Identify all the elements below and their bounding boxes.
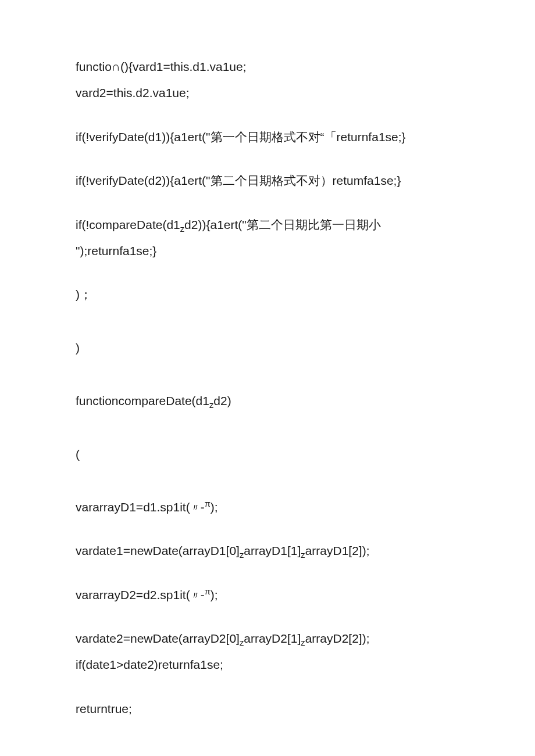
code-line: ) — [76, 339, 459, 356]
code-text: arrayD1[2]); — [305, 544, 370, 557]
code-line: vardate2=newDate(arrayD2[0]zarrayD2[1]za… — [76, 630, 459, 647]
code-text: arrayD2[1] — [244, 632, 301, 645]
document-page: functio∩(){vard1=this.d1.va1ue; vard2=th… — [0, 0, 535, 756]
code-line: functio∩(){vard1=this.d1.va1ue; — [76, 58, 459, 75]
code-line: functioncompareDate(d1zd2) — [76, 392, 459, 409]
quote-char: 〃 — [190, 502, 201, 514]
code-line: if(!verifyDate(d1)){a1ert("第一个日期格式不对“「re… — [76, 128, 459, 145]
superscript-char: π — [205, 499, 211, 508]
code-text: d2) — [213, 394, 231, 407]
code-text: - — [201, 500, 205, 514]
code-text: arrayD2[2]); — [305, 632, 370, 645]
code-text: functioncompareDate(d1 — [76, 394, 209, 407]
code-line: if(date1>date2)returnfa1se; — [76, 656, 459, 673]
code-line: ");returnfa1se;} — [76, 242, 459, 259]
code-text: if(!compareDate(d1 — [76, 218, 180, 231]
code-line: if(!verifyDate(d2)){a1ert("第二个日期格式不对）ret… — [76, 172, 459, 189]
code-line: vard2=this.d2.va1ue; — [76, 84, 459, 101]
code-line: vararrayD1=d1.sp1it(〃-π); — [76, 499, 459, 515]
code-text: - — [201, 588, 205, 601]
code-line: vardate1=newDate(arrayD1[0]zarrayD1[1]za… — [76, 542, 459, 559]
superscript-char: π — [205, 587, 211, 596]
code-line: ( — [76, 446, 459, 463]
code-line: if(!compareDate(d1zd2)){a1ert("第二个日期比第一日… — [76, 216, 459, 233]
subscript-char: z — [301, 638, 305, 647]
code-text: ); — [211, 588, 218, 601]
code-text: vararrayD2=d2.sp1it( — [76, 588, 190, 601]
quote-char: 〃 — [190, 590, 201, 601]
code-text: arrayD1[1] — [244, 544, 301, 557]
code-text: vardate2=newDate(arrayD2[0] — [76, 632, 240, 645]
code-line: )； — [76, 286, 459, 303]
subscript-char: z — [301, 550, 305, 560]
code-line: returntrue; — [76, 700, 459, 717]
code-line: vararrayD2=d2.sp1it(〃-π); — [76, 586, 459, 603]
code-text: vardate1=newDate(arrayD1[0] — [76, 544, 240, 557]
code-text: ); — [211, 500, 218, 514]
code-text: vararrayD1=d1.sp1it( — [76, 500, 190, 514]
code-text: d2)){a1ert("第二个日期比第一日期小 — [184, 218, 381, 231]
subscript-char: z — [180, 224, 184, 234]
